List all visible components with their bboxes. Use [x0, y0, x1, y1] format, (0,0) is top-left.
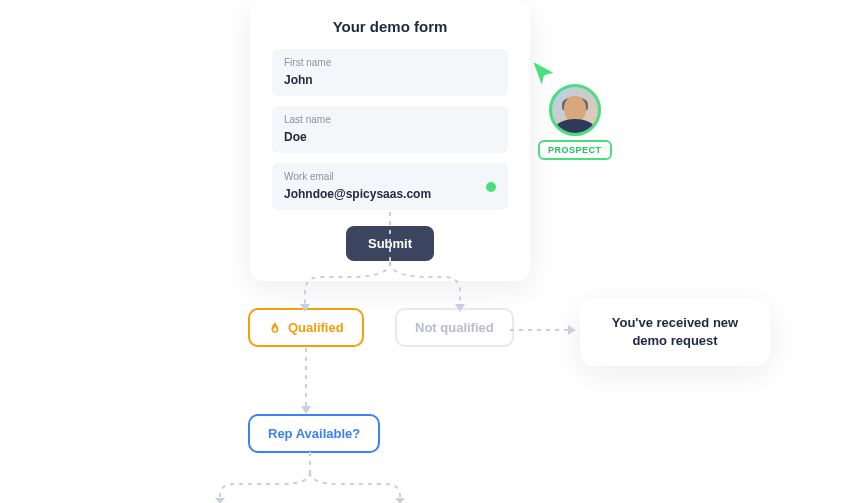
form-title: Your demo form [272, 18, 508, 35]
work-email-label: Work email [284, 171, 496, 182]
prospect-avatar-group: PROSPECT [538, 84, 612, 160]
first-name-value: John [284, 73, 313, 87]
last-name-label: Last name [284, 114, 496, 125]
first-name-label: First name [284, 57, 496, 68]
check-icon [486, 182, 496, 192]
last-name-value: Doe [284, 130, 307, 144]
connector-rep-split [180, 452, 440, 503]
qualified-label: Qualified [288, 320, 344, 335]
rep-available-node: Rep Available? [248, 414, 380, 453]
fire-icon [268, 321, 282, 335]
qualified-node: Qualified [248, 308, 364, 347]
avatar [549, 84, 601, 136]
work-email-value: Johndoe@spicysaas.com [284, 187, 431, 201]
not-qualified-label: Not qualified [415, 320, 494, 335]
notification-card: You've received new demo request [580, 298, 770, 366]
connector-notqualified-notification [510, 320, 580, 340]
prospect-badge: PROSPECT [538, 140, 612, 160]
first-name-field[interactable]: First name John [272, 49, 508, 96]
demo-form-card: Your demo form First name John Last name… [250, 0, 530, 281]
last-name-field[interactable]: Last name Doe [272, 106, 508, 153]
not-qualified-node: Not qualified [395, 308, 514, 347]
notification-text: You've received new demo request [612, 315, 738, 348]
work-email-field[interactable]: Work email Johndoe@spicysaas.com [272, 163, 508, 210]
submit-button[interactable]: Submit [346, 226, 434, 261]
connector-qualified-rep [296, 348, 316, 416]
rep-available-label: Rep Available? [268, 426, 360, 441]
